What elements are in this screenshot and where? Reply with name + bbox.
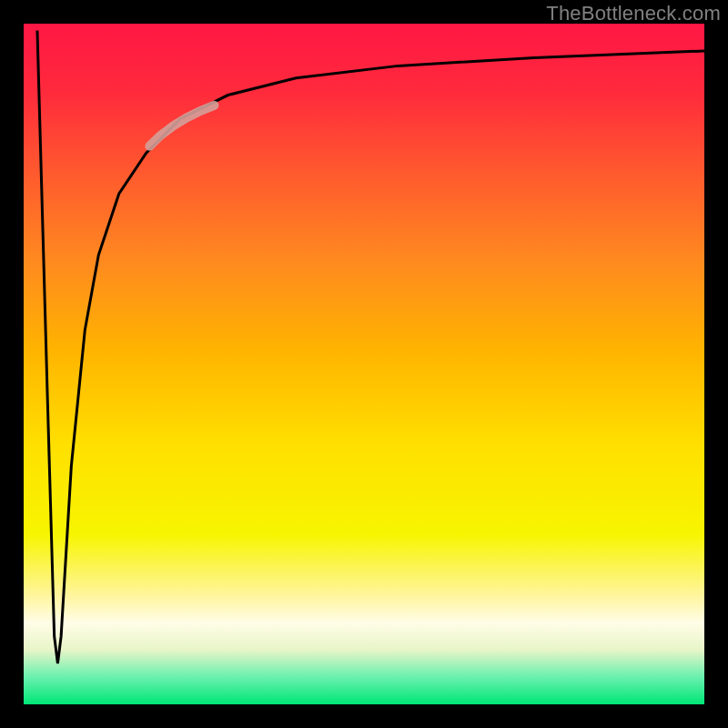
chart-container: TheBottleneck.com (0, 0, 728, 728)
bottleneck-chart (0, 0, 728, 728)
watermark-text: TheBottleneck.com (546, 2, 721, 25)
plot-background (24, 24, 704, 704)
